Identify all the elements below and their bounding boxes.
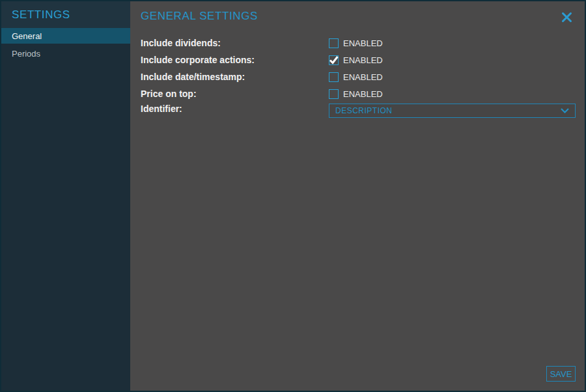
setting-label: Include dividends: — [141, 38, 329, 48]
sidebar-item-label: General — [12, 31, 42, 41]
setting-label: Identifier: — [141, 104, 329, 114]
setting-row-include-dividends: Include dividends: ENABLED — [130, 35, 585, 51]
setting-label: Price on top: — [141, 89, 329, 99]
close-button[interactable] — [560, 12, 573, 25]
setting-label: Include corporate actions: — [141, 55, 329, 65]
include-dividends-checkbox[interactable] — [329, 38, 339, 48]
enabled-label: ENABLED — [343, 72, 383, 82]
page-title: GENERAL SETTINGS — [141, 10, 258, 22]
main-header: GENERAL SETTINGS — [130, 1, 585, 23]
settings-dialog: SETTINGS General Periods GENERAL SETTING… — [0, 0, 586, 392]
identifier-dropdown[interactable]: DESCRIPTION — [329, 104, 576, 118]
enabled-label: ENABLED — [343, 38, 383, 48]
setting-label: Include date/timestamp: — [141, 72, 329, 82]
setting-row-price-on-top: Price on top: ENABLED — [130, 85, 585, 102]
setting-row-include-date-timestamp: Include date/timestamp: ENABLED — [130, 68, 585, 85]
include-date-timestamp-checkbox[interactable] — [329, 72, 339, 82]
sidebar-item-periods[interactable]: Periods — [1, 46, 130, 61]
close-x-icon — [561, 12, 572, 25]
price-on-top-checkbox[interactable] — [329, 89, 339, 99]
identifier-dropdown-value: DESCRIPTION — [335, 106, 393, 115]
checkmark-icon — [329, 56, 338, 64]
main-panel: GENERAL SETTINGS Include dividends: — [130, 1, 585, 391]
sidebar-title: SETTINGS — [1, 1, 130, 28]
sidebar-item-label: Periods — [12, 49, 40, 59]
save-button[interactable]: SAVE — [546, 366, 576, 382]
chevron-down-icon — [561, 106, 569, 115]
setting-row-include-corporate-actions: Include corporate actions: ENABLED — [130, 51, 585, 68]
include-corporate-actions-checkbox[interactable] — [329, 55, 339, 65]
setting-row-identifier: Identifier: DESCRIPTION — [130, 102, 585, 120]
settings-form: Include dividends: ENABLED Include corpo… — [130, 35, 585, 120]
sidebar: SETTINGS General Periods — [1, 1, 130, 391]
sidebar-item-general[interactable]: General — [1, 28, 130, 44]
enabled-label: ENABLED — [343, 55, 383, 65]
enabled-label: ENABLED — [343, 89, 383, 99]
